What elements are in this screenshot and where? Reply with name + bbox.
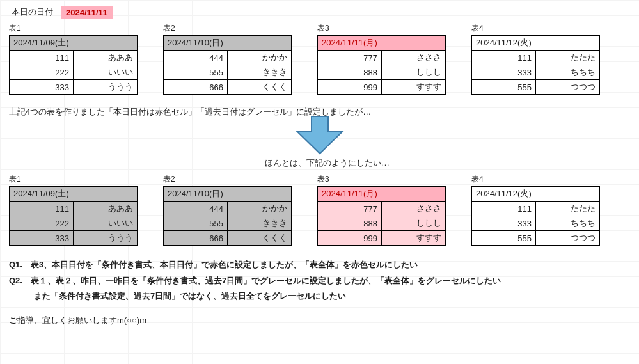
table-row: 111あああ: [10, 51, 138, 65]
cell-number: 555: [472, 80, 536, 95]
cell-number: 111: [10, 51, 74, 65]
lower-table-1: 表12024/11/09(土)111あああ222いいい333ううう: [9, 173, 138, 246]
table-row: 666くくく: [164, 231, 292, 246]
table-row: 555ききき: [164, 65, 292, 80]
qa-section: Q1. 表3、本日日付を「条件付き書式、本日日付」で赤色に設定しましたが、「表全…: [9, 257, 630, 305]
table-caption: 表1: [9, 173, 138, 186]
table-row: 111たたた: [472, 202, 600, 216]
cell-text: たたた: [536, 202, 600, 216]
cell-number: 333: [10, 231, 74, 246]
table-row: 111あああ: [10, 202, 138, 216]
table-caption: 表4: [471, 173, 600, 186]
cell-text: ううう: [74, 80, 138, 95]
cell-number: 666: [164, 80, 228, 95]
upper-table-2: 表22024/11/10(日)444かかか555ききき666くくく: [163, 22, 292, 95]
cell-text: かかか: [228, 202, 292, 216]
table-row: 888ししし: [318, 216, 446, 231]
cell-text: あああ: [74, 202, 138, 216]
cell-number: 333: [10, 80, 74, 95]
table-row: 999すすす: [318, 80, 446, 95]
table-row: 555つつつ: [472, 80, 600, 95]
cell-number: 999: [318, 231, 382, 246]
cell-number: 444: [164, 202, 228, 216]
table-row: 888ししし: [318, 65, 446, 80]
cell-text: ちちち: [536, 65, 600, 80]
cell-number: 222: [10, 216, 74, 231]
cell-text: いいい: [74, 65, 138, 80]
cell-number: 888: [318, 216, 382, 231]
table-caption: 表4: [471, 22, 600, 35]
cell-text: かかか: [228, 51, 292, 65]
table-row: 333ちちち: [472, 216, 600, 231]
table-row: 666くくく: [164, 80, 292, 95]
cell-text: さささ: [382, 202, 446, 216]
cell-number: 111: [472, 51, 536, 65]
lower-table-2: 表22024/11/10(日)444かかか555ききき666くくく: [163, 173, 292, 246]
upper-table-3: 表32024/11/11(月)777さささ888ししし999すすす: [317, 22, 446, 95]
lower-table-3: 表32024/11/11(月)777さささ888ししし999すすす: [317, 173, 446, 246]
table-row: 777さささ: [318, 202, 446, 216]
today-value: 2024/11/11: [61, 6, 113, 19]
table-row: 111たたた: [472, 51, 600, 65]
cell-text: ししし: [382, 65, 446, 80]
note-2: ほんとは、下記のようにしたい…: [265, 157, 630, 169]
table-row: 444かかか: [164, 202, 292, 216]
lower-table-4: 表42024/11/12(火)111たたた333ちちち555つつつ: [471, 173, 600, 246]
today-label: 本日の日付: [9, 5, 56, 19]
upper-table-1: 表12024/11/09(土)111あああ222いいい333ううう: [9, 22, 138, 95]
cell-number: 777: [318, 202, 382, 216]
table-row: 555ききき: [164, 216, 292, 231]
cell-text: ししし: [382, 216, 446, 231]
cell-text: あああ: [74, 51, 138, 65]
table-date-header: 2024/11/11(月): [318, 36, 446, 51]
cell-text: つつつ: [536, 80, 600, 95]
table-row: 333ちちち: [472, 65, 600, 80]
lower-tables: 表12024/11/09(土)111あああ222いいい333ううう表22024/…: [9, 173, 630, 246]
table-date-header: 2024/11/10(日): [164, 36, 292, 51]
footer-text: ご指導、宜しくお願いしますm(○○)m: [9, 315, 630, 326]
cell-number: 777: [318, 51, 382, 65]
upper-table-4: 表42024/11/12(火)111たたた333ちちち555つつつ: [471, 22, 600, 95]
table-date-header: 2024/11/09(土): [10, 36, 138, 51]
table-caption: 表2: [163, 173, 292, 186]
table-date-header: 2024/11/10(日): [164, 187, 292, 202]
cell-number: 222: [10, 65, 74, 80]
cell-text: ううう: [74, 231, 138, 246]
table-caption: 表1: [9, 22, 138, 35]
cell-number: 333: [472, 216, 536, 231]
table-date-header: 2024/11/12(火): [472, 187, 600, 202]
table-row: 222いいい: [10, 216, 138, 231]
table-date-header: 2024/11/11(月): [318, 187, 446, 202]
down-arrow-icon: [9, 115, 630, 155]
cell-text: さささ: [382, 51, 446, 65]
cell-number: 111: [472, 202, 536, 216]
cell-text: くくく: [228, 231, 292, 246]
cell-number: 555: [164, 216, 228, 231]
table-row: 999すすす: [318, 231, 446, 246]
cell-text: ききき: [228, 65, 292, 80]
cell-number: 555: [472, 231, 536, 246]
cell-number: 666: [164, 231, 228, 246]
table-caption: 表2: [163, 22, 292, 35]
upper-tables: 表12024/11/09(土)111あああ222いいい333ううう表22024/…: [9, 22, 630, 95]
table-row: 222いいい: [10, 65, 138, 80]
table-row: 555つつつ: [472, 231, 600, 246]
qa-q2-line2: また「条件付き書式設定、過去7日間」ではなく、過去日全てをグレーセルにしたい: [9, 291, 346, 301]
cell-number: 888: [318, 65, 382, 80]
cell-text: たたた: [536, 51, 600, 65]
cell-text: すすす: [382, 231, 446, 246]
table-row: 444かかか: [164, 51, 292, 65]
table-caption: 表3: [317, 173, 446, 186]
table-row: 777さささ: [318, 51, 446, 65]
table-row: 333ううう: [10, 80, 138, 95]
table-date-header: 2024/11/09(土): [10, 187, 138, 202]
cell-text: ちちち: [536, 216, 600, 231]
cell-text: くくく: [228, 80, 292, 95]
cell-number: 555: [164, 65, 228, 80]
table-row: 333ううう: [10, 231, 138, 246]
cell-number: 111: [10, 202, 74, 216]
cell-text: つつつ: [536, 231, 600, 246]
cell-text: いいい: [74, 216, 138, 231]
table-caption: 表3: [317, 22, 446, 35]
qa-q1: Q1. 表3、本日日付を「条件付き書式、本日日付」で赤色に設定しましたが、「表全…: [9, 260, 418, 269]
